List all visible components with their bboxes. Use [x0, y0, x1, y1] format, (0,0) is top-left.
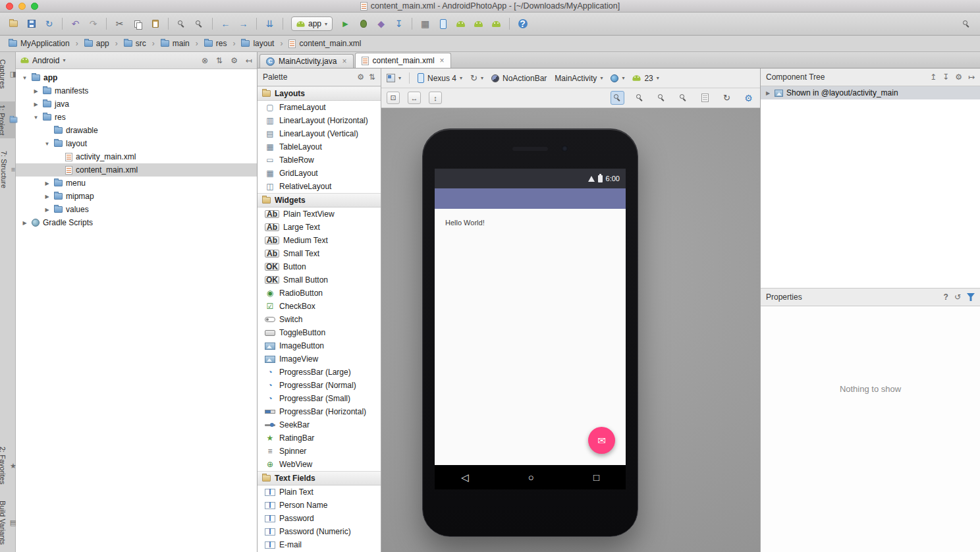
tree-toggle-icon[interactable]: ▼: [43, 141, 51, 147]
project-view-selector[interactable]: Android ▾: [20, 56, 65, 65]
tree-node[interactable]: ▼res: [16, 111, 257, 124]
palette-item[interactable]: ImageButton: [258, 339, 381, 352]
palette-item[interactable]: ◔ProgressBar (Normal): [258, 379, 381, 392]
zoom-reset-icon[interactable]: [634, 92, 646, 104]
breadcrumb-item[interactable]: app: [82, 38, 111, 49]
palette-item[interactable]: ▢FrameLayout: [258, 101, 381, 114]
palette-item[interactable]: IPassword (Numeric): [258, 525, 381, 538]
tree-node[interactable]: ▼layout: [16, 137, 257, 150]
avd-manager-button[interactable]: [435, 16, 451, 32]
sync-button[interactable]: ↻: [41, 16, 57, 32]
fit-width-icon[interactable]: ↔: [408, 92, 421, 104]
paste-button[interactable]: [147, 16, 163, 32]
android-monitor-button[interactable]: [488, 16, 504, 32]
tree-toggle-icon[interactable]: ▶: [43, 207, 51, 213]
tree-node[interactable]: ▶values: [16, 203, 257, 216]
palette-section-header[interactable]: Layouts: [258, 86, 381, 101]
palette-section-header[interactable]: Widgets: [258, 193, 381, 207]
preview-xml-icon[interactable]: [699, 92, 711, 104]
palette-item[interactable]: IE-mail: [258, 538, 381, 551]
device-monitor-button[interactable]: [470, 16, 487, 32]
tool-window-tab-2-favorites[interactable]: ★2: Favorites: [0, 443, 18, 487]
help-icon[interactable]: ?: [944, 292, 948, 302]
tree-toggle-icon[interactable]: ▶: [32, 101, 40, 107]
tree-toggle-icon[interactable]: ▼: [32, 115, 40, 121]
hello-world-text[interactable]: Hello World!: [445, 219, 485, 227]
tree-node[interactable]: ▶manifests: [16, 84, 257, 97]
forward-button[interactable]: →: [235, 16, 252, 32]
filter-panel-icon[interactable]: ⊗: [202, 56, 208, 65]
palette-item[interactable]: ≡Spinner: [258, 445, 381, 458]
tree-toggle-icon[interactable]: ▶: [21, 220, 28, 226]
palette-item[interactable]: OKSmall Button: [258, 273, 381, 287]
redo-button[interactable]: ↷: [85, 16, 101, 32]
tree-node[interactable]: ▼app: [16, 71, 257, 84]
find-button[interactable]: [173, 16, 190, 32]
fab-button[interactable]: ✉: [588, 427, 615, 454]
run-button[interactable]: ►: [337, 16, 354, 32]
make-project-button[interactable]: ⇊: [261, 16, 278, 32]
palette-item[interactable]: ◔ProgressBar (Small): [258, 392, 381, 405]
tree-node[interactable]: ▶java: [16, 97, 257, 111]
sort-icon[interactable]: ⇅: [369, 72, 375, 82]
captures-grid-button[interactable]: ▦: [417, 16, 433, 32]
editor-tab[interactable]: content_main.xml×: [355, 53, 451, 68]
tree-node[interactable]: activity_main.xml: [16, 150, 257, 163]
palette-item[interactable]: ⊕WebView: [258, 458, 381, 471]
zoom-actual-icon[interactable]: [611, 91, 624, 105]
attach-debugger-button[interactable]: ↧: [391, 16, 407, 32]
locale-selector[interactable]: ▾: [611, 74, 624, 82]
gear-icon[interactable]: ⚙: [955, 72, 962, 82]
replace-button[interactable]: [191, 16, 207, 32]
breadcrumb-item[interactable]: res: [202, 38, 229, 49]
tree-toggle-icon[interactable]: ▶: [765, 90, 771, 96]
palette-item[interactable]: ProgressBar (Horizontal): [258, 405, 381, 418]
tree-node[interactable]: ▶menu: [16, 177, 257, 190]
breadcrumb-item[interactable]: MyApplication: [7, 38, 72, 49]
breadcrumb-item[interactable]: src: [122, 38, 148, 49]
zoom-to-fit-icon[interactable]: ⊡: [387, 92, 400, 104]
palette-item[interactable]: ▥LinearLayout (Horizontal): [258, 114, 381, 127]
gear-icon[interactable]: ⚙: [357, 72, 364, 82]
filter-icon[interactable]: [967, 293, 975, 301]
help-button[interactable]: ?: [514, 16, 531, 32]
refresh-icon[interactable]: ↻: [721, 92, 733, 104]
expand-all-icon[interactable]: ↥: [930, 72, 937, 82]
debug-button[interactable]: [355, 16, 371, 32]
palette-section-header[interactable]: Text Fields: [258, 471, 381, 485]
palette-item[interactable]: ◉RadioButton: [258, 287, 381, 300]
tree-node[interactable]: content_main.xml: [16, 163, 257, 177]
tree-toggle-icon[interactable]: ▶: [32, 88, 40, 94]
editor-tab[interactable]: CMainActivity.java×: [259, 54, 354, 68]
palette-item[interactable]: IPerson Name: [258, 499, 381, 512]
device-selector[interactable]: Nexus 4 ▾: [418, 73, 462, 83]
close-tab-icon[interactable]: ×: [440, 57, 445, 65]
hide-panel-icon[interactable]: ↤: [246, 56, 252, 65]
palette-item[interactable]: AbSmall Text: [258, 247, 381, 260]
copy-button[interactable]: [129, 16, 146, 32]
back-button[interactable]: ←: [217, 16, 234, 32]
design-surface[interactable]: 6:00 Hello World! ✉ ◁: [381, 108, 760, 552]
palette-item[interactable]: ImageView: [258, 352, 381, 366]
palette-item[interactable]: ◫RelativeLayout: [258, 180, 381, 193]
save-button[interactable]: [23, 16, 40, 32]
tree-node[interactable]: drawable: [16, 124, 257, 137]
app-bar[interactable]: [435, 188, 626, 209]
collapse-all-icon[interactable]: ↧: [942, 72, 949, 82]
cut-button[interactable]: ✂: [111, 16, 128, 32]
activity-selector[interactable]: MainActivity ▾: [555, 74, 603, 83]
tree-node[interactable]: ▶mipmap: [16, 190, 257, 203]
search-button[interactable]: [958, 16, 975, 32]
palette-item[interactable]: IPlain Text: [258, 485, 381, 499]
palette-item[interactable]: SeekBar: [258, 418, 381, 431]
run-config-selector[interactable]: app▾: [291, 16, 333, 31]
palette-item[interactable]: Switch: [258, 313, 381, 326]
palette-item[interactable]: ☑CheckBox: [258, 300, 381, 313]
restore-defaults-icon[interactable]: ↺: [954, 292, 961, 302]
breadcrumb-item[interactable]: main: [159, 38, 192, 49]
palette-item[interactable]: OKButton: [258, 260, 381, 273]
hide-panel-icon[interactable]: ↦: [968, 72, 975, 82]
tree-toggle-icon[interactable]: ▶: [43, 194, 51, 200]
scroll-to-source-icon[interactable]: ⇅: [216, 56, 223, 65]
palette-item[interactable]: ◔ProgressBar (Large): [258, 366, 381, 379]
